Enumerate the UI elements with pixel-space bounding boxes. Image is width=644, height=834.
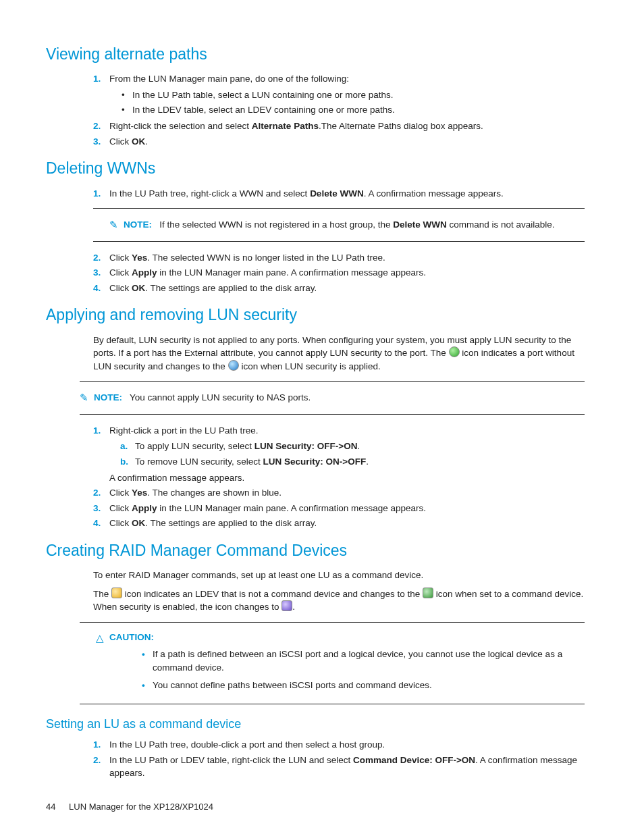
- paragraph: By default, LUN security is not applied …: [93, 334, 585, 373]
- deleting-steps-cont: Click Yes. The selected WWN is no longer…: [93, 251, 585, 295]
- bold: Delete WWN: [310, 188, 364, 199]
- list-item: In the LU Path tree, right-click a WWN a…: [93, 187, 585, 201]
- list-item: Click OK. The settings are applied to th…: [93, 517, 585, 530]
- setting-steps: In the LU Path tree, double-click a port…: [93, 738, 585, 780]
- port-lun-security-icon: [228, 360, 239, 371]
- bold: LUN Security: ON->OFF: [263, 457, 367, 467]
- txt: Right-click a port in the LU Path tree.: [109, 425, 259, 436]
- txt: . The selected WWN is no longer listed i…: [147, 253, 385, 263]
- caution-icon: △: [96, 633, 104, 643]
- sub-bullets: In the LU Path table, select a LUN conta…: [120, 88, 585, 117]
- txt: To apply LUN security, select: [135, 441, 254, 451]
- bold: Alternate Paths: [252, 121, 319, 131]
- ldev-icon: [111, 588, 122, 598]
- txt: in the LUN Manager main pane. A confirma…: [157, 267, 426, 278]
- heading-creating-raid-manager: Creating RAID Manager Command Devices: [46, 540, 585, 562]
- txt: .: [357, 441, 360, 451]
- bold: OK: [132, 518, 145, 528]
- list-item: You cannot define paths between iSCSI po…: [140, 679, 585, 692]
- txt: If the selected WWN is not registered in…: [159, 219, 393, 230]
- note-block-delete-wwn: ✎ NOTE: If the selected WWN is not regis…: [93, 208, 585, 242]
- list-item: If a path is defined between an iSCSI po…: [140, 648, 585, 674]
- txt: in the LUN Manager main pane. A confirma…: [157, 503, 426, 513]
- bold: Yes: [132, 253, 147, 263]
- txt: .The Alternate Paths dialog box appears.: [319, 121, 483, 131]
- note-label: NOTE:: [124, 219, 152, 230]
- txt: .: [145, 136, 148, 147]
- heading-viewing-alternate-paths: Viewing alternate paths: [46, 43, 585, 66]
- note-icon: ✎: [109, 219, 118, 230]
- list-item: To apply LUN security, select LUN Securi…: [120, 440, 585, 453]
- txt: . A confirmation message appears.: [364, 188, 504, 199]
- note-label: NOTE:: [94, 392, 122, 402]
- txt: .: [366, 457, 369, 467]
- txt: Right-click the selection and select: [109, 121, 252, 131]
- command-device-icon: [423, 588, 433, 598]
- heading-applying-lun-security: Applying and removing LUN security: [46, 304, 585, 326]
- viewing-steps: From the LUN Manager main pane, do one o…: [93, 72, 585, 148]
- applying-steps: Right-click a port in the LU Path tree. …: [93, 424, 585, 530]
- note-block-nas-ports: ✎ NOTE: You cannot apply LUN security to…: [80, 381, 585, 415]
- txt: command is not available.: [447, 219, 555, 230]
- paragraph: The icon indicates an LDEV that is not a…: [93, 588, 585, 614]
- txt: Click: [109, 136, 132, 147]
- deleting-steps: In the LU Path tree, right-click a WWN a…: [93, 187, 585, 201]
- list-item: In the LU Path or LDEV table, right-clic…: [93, 754, 585, 780]
- page-footer: 44 LUN Manager for the XP128/XP1024: [46, 801, 213, 804]
- bold: Delete WWN: [393, 219, 447, 230]
- list-item: Click OK.: [93, 135, 585, 149]
- txt: . The settings are applied to the disk a…: [145, 283, 317, 293]
- txt: Click: [109, 283, 132, 293]
- caution-label: CAUTION:: [109, 631, 154, 644]
- list-item: Click Apply in the LUN Manager main pane…: [93, 502, 585, 515]
- list-item: Right-click a port in the LU Path tree. …: [93, 424, 585, 484]
- sub-steps: To apply LUN security, select LUN Securi…: [120, 440, 585, 468]
- step-tail: A confirmation message appears.: [109, 471, 585, 485]
- bold: Apply: [132, 503, 157, 513]
- list-item: Right-click the selection and select Alt…: [93, 120, 585, 133]
- footer-title: LUN Manager for the XP128/XP1024: [69, 802, 213, 804]
- txt: Click: [109, 267, 132, 278]
- bold: OK: [132, 136, 145, 147]
- note-icon: ✎: [80, 392, 88, 402]
- txt: To remove LUN security, select: [135, 457, 263, 467]
- port-no-lun-security-icon: [449, 346, 460, 357]
- txt: Click: [109, 488, 132, 498]
- txt: . The changes are shown in blue.: [147, 488, 281, 498]
- bold: Apply: [132, 267, 157, 278]
- txt: Click: [109, 253, 132, 263]
- bold: Command Device: OFF->ON: [353, 755, 475, 765]
- caution-bullets: If a path is defined between an iSCSI po…: [140, 648, 585, 692]
- list-item: Click Yes. The selected WWN is no longer…: [93, 251, 585, 265]
- list-item: In the LU Path table, select a LUN conta…: [120, 88, 585, 102]
- list-item: Click Yes. The changes are shown in blue…: [93, 486, 585, 500]
- bold: Yes: [132, 488, 147, 498]
- heading-setting-lu-command-device: Setting an LU as a command device: [46, 715, 585, 733]
- caution-block: △ CAUTION: If a path is defined between …: [80, 622, 585, 704]
- list-item: In the LU Path tree, double-click a port…: [93, 738, 585, 752]
- note-text: NOTE: If the selected WWN is not registe…: [124, 218, 585, 232]
- txt: .: [292, 602, 295, 612]
- txt: Click: [109, 518, 132, 528]
- list-item: To remove LUN security, select LUN Secur…: [120, 455, 585, 469]
- list-item: Click Apply in the LUN Manager main pane…: [93, 266, 585, 280]
- page-number: 44: [46, 802, 55, 804]
- list-item: In the LDEV table, select an LDEV contai…: [120, 103, 585, 117]
- txt: In the LU Path or LDEV table, right-clic…: [109, 755, 353, 765]
- txt: Click: [109, 503, 132, 513]
- txt: icon indicates an LDEV that is not a com…: [122, 589, 423, 599]
- txt: You cannot apply LUN security to NAS por…: [130, 392, 311, 402]
- txt: The: [93, 589, 111, 599]
- bold: OK: [132, 283, 145, 293]
- paragraph: To enter RAID Manager commands, set up a…: [93, 569, 585, 582]
- list-item: Click OK. The settings are applied to th…: [93, 282, 585, 295]
- step-text: From the LUN Manager main pane, do one o…: [109, 74, 349, 84]
- txt: icon when LUN security is applied.: [239, 361, 381, 371]
- command-device-secure-icon: [281, 600, 292, 611]
- heading-deleting-wwns: Deleting WWNs: [46, 157, 585, 180]
- note-text: NOTE: You cannot apply LUN security to N…: [94, 391, 311, 405]
- txt: In the LU Path tree, right-click a WWN a…: [109, 188, 310, 199]
- txt: . The settings are applied to the disk a…: [145, 518, 317, 528]
- bold: LUN Security: OFF->ON: [254, 441, 358, 451]
- list-item: From the LUN Manager main pane, do one o…: [93, 72, 585, 117]
